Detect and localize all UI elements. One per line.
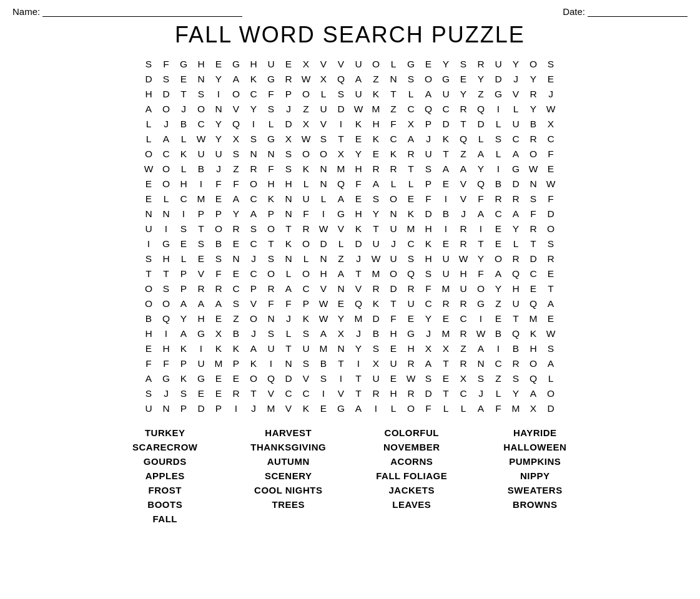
grid-cell: Z	[228, 311, 245, 326]
grid-cell: T	[385, 87, 403, 102]
grid-cell: H	[315, 266, 333, 281]
grid-cell: I	[315, 207, 333, 222]
grid-cell: O	[140, 281, 158, 296]
grid-cell: A	[368, 177, 385, 192]
grid-cell: B	[228, 326, 245, 341]
grid-cell: I	[490, 341, 508, 356]
grid-cell: J	[245, 251, 263, 266]
grid-cell: T	[175, 87, 193, 102]
grid-cell: U	[315, 102, 333, 117]
grid-cell: B	[508, 341, 525, 356]
grid-cell: Y	[508, 57, 525, 72]
grid-cell: E	[420, 57, 438, 72]
grid-cell: H	[403, 341, 420, 356]
grid-cell: I	[350, 356, 368, 371]
grid-cell: D	[385, 281, 403, 296]
grid-cell: T	[140, 266, 158, 281]
grid-cell: E	[280, 57, 298, 72]
grid-cell: K	[298, 162, 315, 177]
word-list-item: BROWNS	[476, 499, 594, 510]
grid-cell: I	[175, 207, 193, 222]
grid-cell: I	[333, 117, 350, 132]
grid-cell: I	[140, 236, 158, 251]
grid-cell: W	[543, 326, 560, 341]
grid-cell: L	[543, 371, 560, 386]
grid-cell: D	[193, 401, 210, 416]
grid-cell: V	[455, 177, 473, 192]
grid-cell: T	[525, 236, 543, 251]
grid-cell: H	[280, 177, 298, 192]
grid-cell: A	[543, 296, 560, 311]
grid-cell: N	[385, 207, 403, 222]
grid-cell: I	[193, 177, 210, 192]
grid-cell: A	[245, 207, 263, 222]
grid-cell: K	[228, 341, 245, 356]
grid-cell: O	[158, 102, 175, 117]
grid-cell: N	[333, 281, 350, 296]
grid-cell: E	[210, 371, 228, 386]
word-list-item: GOURDS	[107, 456, 224, 467]
grid-cell: Q	[420, 102, 438, 117]
grid-cell: G	[333, 207, 350, 222]
grid-cell: X	[315, 72, 333, 87]
grid-cell: L	[490, 147, 508, 162]
grid-cell: C	[158, 147, 175, 162]
grid-cell: E	[210, 192, 228, 207]
word-list: TURKEYHARVESTCOLORFULHAYRIDESCARECROWTHA…	[107, 427, 594, 524]
grid-cell: N	[193, 72, 210, 87]
grid-cell: T	[193, 222, 210, 236]
grid-cell: L	[315, 87, 333, 102]
word-list-item: FALL	[107, 514, 224, 524]
grid-cell: F	[158, 57, 175, 72]
grid-cell: O	[525, 356, 543, 371]
grid-cell: Y	[508, 386, 525, 401]
grid-cell: R	[193, 281, 210, 296]
grid-cell: R	[455, 236, 473, 251]
grid-cell: I	[263, 356, 280, 371]
grid-cell: S	[193, 236, 210, 251]
grid-cell: E	[175, 236, 193, 251]
grid-cell: J	[158, 117, 175, 132]
grid-cell: N	[228, 251, 245, 266]
word-list-item	[230, 514, 347, 524]
grid-cell: Y	[175, 311, 193, 326]
grid-cell: I	[473, 222, 490, 236]
grid-cell: A	[333, 192, 350, 207]
grid-cell: H	[350, 207, 368, 222]
grid-cell: D	[315, 236, 333, 251]
word-list-item: SCARECROW	[107, 442, 224, 452]
grid-cell: H	[140, 326, 158, 341]
grid-cell: R	[455, 296, 473, 311]
grid-cell: G	[263, 132, 280, 147]
grid-cell: V	[333, 386, 350, 401]
grid-cell: A	[175, 296, 193, 311]
grid-cell: I	[368, 401, 385, 416]
grid-cell: R	[438, 296, 455, 311]
grid-cell: V	[193, 266, 210, 281]
grid-cell: Q	[473, 177, 490, 192]
grid-cell: Z	[368, 72, 385, 87]
grid-cell: S	[473, 371, 490, 386]
grid-cell: U	[438, 251, 455, 266]
grid-cell: A	[438, 162, 455, 177]
word-list-item: SWEATERS	[476, 485, 594, 495]
grid-cell: J	[350, 251, 368, 266]
grid-cell: R	[455, 356, 473, 371]
grid-cell: R	[263, 281, 280, 296]
grid-cell: A	[420, 87, 438, 102]
grid-cell: Y	[473, 72, 490, 87]
grid-cell: Y	[210, 132, 228, 147]
word-list-item: HAYRIDE	[476, 427, 594, 438]
grid-cell: H	[508, 281, 525, 296]
grid-cell: R	[280, 72, 298, 87]
grid-cell: L	[508, 236, 525, 251]
grid-cell: S	[315, 132, 333, 147]
grid-cell: S	[140, 251, 158, 266]
grid-cell: F	[228, 177, 245, 192]
grid-cell: S	[263, 326, 280, 341]
grid-cell: U	[438, 87, 455, 102]
grid-cell: O	[385, 266, 403, 281]
grid-cell: H	[420, 251, 438, 266]
grid-cell: T	[508, 311, 525, 326]
grid-cell: U	[385, 222, 403, 236]
